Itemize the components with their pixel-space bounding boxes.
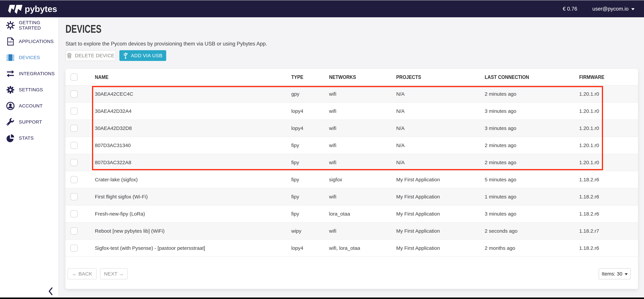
select-all-checkbox[interactable] — [70, 74, 78, 80]
sidebar-item-integrations[interactable]: INTEGRATIONS — [0, 66, 58, 82]
device-last-connection: 1 minutes ago — [485, 194, 516, 200]
row-checkbox[interactable] — [70, 244, 78, 252]
device-type: fipy — [291, 142, 299, 148]
device-firmware: 1.18.2.r6 — [579, 194, 599, 200]
pycom-flags-icon — [6, 4, 22, 14]
sidebar-item-account[interactable]: ACCOUNT — [0, 98, 58, 114]
device-name: 30AEA42D32A4 — [95, 108, 132, 114]
back-button[interactable]: ← BACK — [68, 268, 96, 279]
sidebar-item-label: GETTING STARTED — [19, 20, 58, 31]
sidebar-item-label: SUPPORT — [19, 119, 42, 125]
device-projects: N/A — [396, 108, 404, 114]
device-last-connection: 2 seconds ago — [485, 228, 518, 234]
table-row[interactable]: Crater-lake (sigfox) fipy sigfox My Firs… — [66, 171, 638, 188]
table-body: 30AEA42CEC4C gpy wifi N/A 2 minutes ago … — [66, 86, 638, 257]
sidebar-item-devices[interactable]: DEVICES — [0, 50, 58, 66]
device-last-connection: 3 minutes ago — [485, 108, 516, 114]
sidebar-item-getting-started[interactable]: GETTING STARTED — [0, 17, 58, 34]
gear-icon — [6, 86, 15, 94]
row-checkbox[interactable] — [70, 176, 78, 183]
topbar: pybytes € 0.76 user@pycom.io — [0, 0, 644, 17]
device-projects: N/A — [396, 126, 404, 131]
device-projects: My First Application — [396, 228, 440, 234]
table-row[interactable]: Reboot [new pybytes lib] (WiFi) wipy wif… — [66, 222, 638, 240]
device-projects: N/A — [396, 91, 404, 97]
sidebar-item-label: APPLICATIONS — [19, 39, 54, 44]
device-networks: wifi — [329, 228, 336, 234]
row-checkbox[interactable] — [70, 210, 78, 218]
screen-bottom-edge — [0, 298, 644, 299]
device-name: Crater-lake (sigfox) — [95, 177, 138, 182]
sidebar-item-label: DEVICES — [19, 55, 40, 60]
device-networks: wifi, lora_otaa — [329, 245, 360, 251]
sidebar-item-support[interactable]: SUPPORT — [0, 114, 58, 130]
sidebar-item-applications[interactable]: </> APPLICATIONS — [0, 34, 58, 50]
devices-table-card: NAME TYPE NETWORKS PROJECTS LAST CONNECT… — [66, 69, 638, 289]
table-row[interactable]: 807D3AC31340 fipy wifi N/A 2 minutes ago… — [66, 137, 638, 154]
device-type: fipy — [291, 194, 299, 200]
device-firmware: 1.18.2.r6 — [579, 211, 599, 217]
device-type: fipy — [291, 160, 299, 165]
device-last-connection: 3 minutes ago — [485, 126, 516, 131]
row-checkbox[interactable] — [70, 125, 78, 132]
device-firmware: 1.20.1.r0 — [579, 91, 599, 97]
device-last-connection: 2 months ago — [485, 245, 515, 251]
device-type: wipy — [291, 228, 301, 234]
table-row[interactable]: Sigfox-test (with Pysense) - [pastoor pe… — [66, 240, 638, 257]
device-firmware: 1.20.1.r0 — [579, 142, 599, 148]
device-type: lopy4 — [291, 126, 303, 131]
table-row[interactable]: 807D3AC322A8 fipy wifi N/A 2 minutes ago… — [66, 154, 638, 171]
table-row[interactable]: 30AEA42D32A4 lopy4 wifi N/A 3 minutes ag… — [66, 103, 638, 120]
sidebar-item-stats[interactable]: STATS — [0, 130, 58, 146]
arrows-exchange-icon — [6, 69, 15, 78]
header-last-connection: LAST CONNECTION — [485, 74, 536, 80]
delete-device-button[interactable]: DELETE DEVICE — [66, 50, 116, 61]
next-button[interactable]: NEXT → — [100, 268, 128, 279]
device-name: Sigfox-test (with Pysense) - [pastoor pe… — [95, 245, 205, 251]
device-networks: wifi — [329, 126, 336, 131]
device-type: lopy4 — [291, 108, 303, 114]
add-via-usb-button[interactable]: ADD VIA USB — [119, 50, 166, 61]
row-checkbox[interactable] — [70, 228, 78, 234]
sidebar-item-label: INTEGRATIONS — [19, 71, 55, 76]
account-balance: € 0.76 — [563, 6, 577, 12]
row-checkbox[interactable] — [70, 90, 78, 98]
code-file-icon: </> — [6, 37, 15, 46]
row-checkbox[interactable] — [70, 142, 78, 149]
trash-icon — [67, 53, 72, 58]
device-type: fipy — [291, 211, 299, 217]
header-firmware: FIRMWARE — [579, 74, 608, 80]
header-projects: PROJECTS — [396, 74, 425, 80]
device-networks: wifi — [329, 108, 336, 114]
user-menu[interactable]: user@pycom.io — [592, 6, 634, 12]
device-name: 30AEA42CEC4C — [95, 91, 133, 97]
sidebar-item-settings[interactable]: SETTINGS — [0, 82, 58, 98]
row-checkbox[interactable] — [70, 193, 78, 200]
device-projects: My First Application — [396, 211, 440, 217]
table-row[interactable]: Fresh-new-fipy (LoRa) fipy lora_otaa My … — [66, 206, 638, 222]
main-content: DEVICES Start to explore the Pycom devic… — [59, 17, 644, 299]
table-row[interactable]: 30AEA42D32D8 lopy4 wifi N/A 3 minutes ag… — [66, 120, 638, 137]
device-name: 807D3AC322A8 — [95, 160, 131, 165]
row-checkbox[interactable] — [70, 159, 78, 166]
device-name: First flight sigfox (Wi-Fi) — [95, 194, 148, 200]
page-subtitle: Start to explore the Pycom devices by pr… — [66, 41, 267, 47]
device-last-connection: 2 minutes ago — [485, 160, 516, 165]
device-type: lopy4 — [291, 245, 303, 251]
device-networks: wifi — [329, 160, 336, 165]
device-name: Reboot [new pybytes lib] (WiFi) — [95, 228, 164, 234]
device-firmware: 1.18.2.r6 — [579, 245, 599, 251]
sidebar-collapse-button[interactable] — [47, 284, 55, 298]
row-checkbox[interactable] — [70, 108, 78, 115]
sidebar-item-label: STATS — [19, 136, 34, 141]
device-projects: N/A — [396, 142, 404, 148]
chevron-down-icon — [625, 273, 628, 275]
svg-text:</>: </> — [8, 40, 12, 44]
items-per-page-dropdown[interactable]: Items: 30 — [599, 268, 631, 279]
table-row[interactable]: First flight sigfox (Wi-Fi) fipy wifi My… — [66, 188, 638, 206]
table-row[interactable]: 30AEA42CEC4C gpy wifi N/A 2 minutes ago … — [66, 86, 638, 103]
device-networks: wifi — [329, 194, 336, 200]
table-header-row: NAME TYPE NETWORKS PROJECTS LAST CONNECT… — [66, 69, 638, 86]
pybytes-logo[interactable]: pybytes — [6, 4, 57, 14]
device-last-connection: 2 minutes ago — [485, 91, 516, 97]
